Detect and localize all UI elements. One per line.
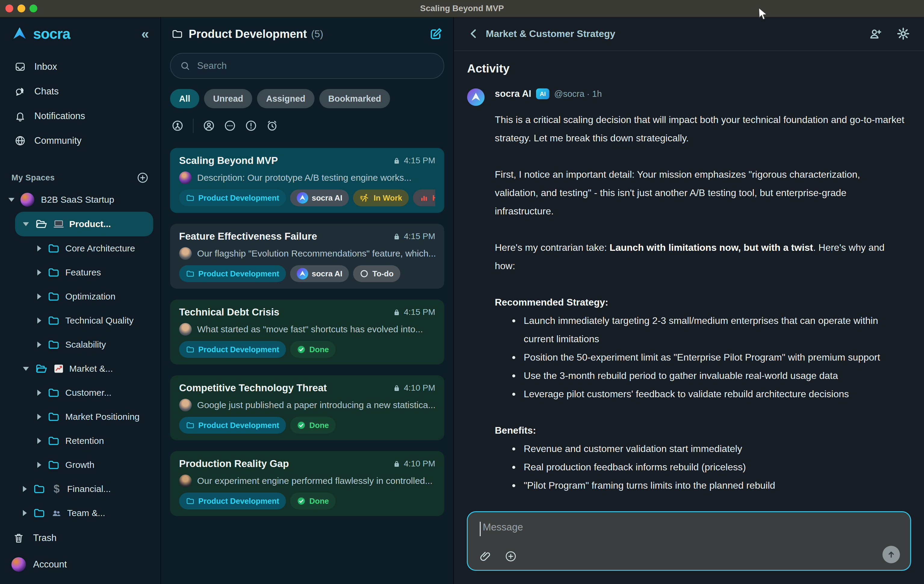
tag-product-development[interactable]: Product Development — [179, 493, 286, 510]
caret-right-icon[interactable] — [37, 317, 41, 324]
compose-button[interactable] — [429, 27, 443, 41]
globe-icon — [15, 135, 26, 146]
filter-chip-bookmarked[interactable]: Bookmarked — [319, 89, 390, 108]
tree-item-technical-quality[interactable]: Technical Quality — [0, 309, 160, 332]
card-description-row: Description: Our prototype A/B testing e… — [179, 171, 435, 184]
caret-right-icon[interactable] — [37, 462, 41, 468]
socra-ai-avatar — [467, 89, 485, 106]
tree-item-market[interactable]: Market &... — [0, 357, 160, 381]
message-bullet-item: Real production feedback informs rebuild… — [495, 458, 906, 476]
spaces-title: My Spaces — [12, 173, 55, 183]
folder-icon — [186, 497, 195, 505]
tag-done[interactable]: Done — [290, 417, 336, 434]
send-button[interactable] — [883, 546, 900, 563]
add-space-button[interactable] — [136, 171, 149, 184]
tag-product-development[interactable]: Product Development — [179, 341, 286, 358]
lock-icon — [393, 308, 401, 316]
tag-high[interactable]: High — [413, 189, 435, 206]
caret-down-icon[interactable] — [23, 367, 29, 371]
folder-closed-icon — [47, 338, 60, 351]
card-competitive-technology-threat[interactable]: Competitive Technology Threat4:10 PMGoog… — [170, 375, 444, 440]
tree-item-market-positioning[interactable]: Market Positioning — [0, 405, 160, 429]
caret-right-icon[interactable] — [37, 390, 41, 396]
socra-logo-icon — [11, 26, 28, 41]
tag-label: To-do — [372, 269, 393, 278]
caret-right-icon[interactable] — [23, 486, 27, 492]
card-description-row: Our flagship "Evolution Recommendations"… — [179, 247, 435, 260]
caret-right-icon[interactable] — [37, 438, 41, 444]
minimize-window-button[interactable] — [17, 5, 25, 12]
caret-right-icon[interactable] — [37, 270, 41, 275]
caret-right-icon[interactable] — [37, 342, 41, 348]
caret-right-icon[interactable] — [37, 245, 41, 252]
tree-item-label: Technical Quality — [65, 316, 134, 326]
tag-socra-ai[interactable]: socra AI — [290, 189, 349, 206]
card-technical-debt-crisis[interactable]: Technical Debt Crisis4:15 PMWhat started… — [170, 299, 444, 365]
sidebar-item-notifications[interactable]: Notifications — [0, 104, 160, 128]
card-time-text: 4:10 PM — [404, 383, 435, 393]
add-member-icon[interactable] — [869, 27, 883, 41]
message-input[interactable] — [482, 521, 749, 533]
filter-chip-unread[interactable]: Unread — [204, 89, 252, 108]
folder-closed-icon — [33, 507, 45, 519]
filter-chip-assigned[interactable]: Assigned — [257, 89, 315, 108]
tag-label: Done — [309, 497, 329, 506]
tree-item-features[interactable]: Features — [0, 260, 160, 285]
search-input[interactable] — [196, 60, 435, 72]
tree-item-core-architecture[interactable]: Core Architecture — [0, 236, 160, 260]
tree-item-team[interactable]: Team &... — [0, 501, 160, 525]
tree-item-financial[interactable]: $Financial... — [0, 477, 160, 501]
back-button[interactable] — [468, 28, 480, 40]
message-composer[interactable] — [467, 511, 911, 571]
card-description: Description: Our prototype A/B testing e… — [197, 173, 411, 183]
tag-done[interactable]: Done — [290, 341, 336, 358]
priority-icon — [245, 119, 257, 132]
card-production-reality-gap[interactable]: Production Reality Gap4:10 PMOur experim… — [170, 451, 444, 516]
tree-item-product[interactable]: Product... — [15, 212, 153, 236]
close-window-button[interactable] — [5, 5, 13, 12]
done-check-icon — [297, 497, 306, 505]
lock-icon — [393, 459, 401, 468]
tree-item-customer[interactable]: Customer... — [0, 381, 160, 405]
tree-item-optimization[interactable]: Optimization — [0, 285, 160, 309]
caret-right-icon[interactable] — [23, 510, 27, 516]
collapse-sidebar-button[interactable]: « — [141, 27, 149, 41]
tag-product-development[interactable]: Product Development — [179, 189, 286, 206]
tag-product-development[interactable]: Product Development — [179, 417, 286, 434]
card-scaling-beyond-mvp[interactable]: Scaling Beyond MVP4:15 PMDescription: Ou… — [170, 148, 444, 213]
lock-icon — [393, 384, 401, 392]
add-attachment-icon[interactable] — [505, 550, 517, 563]
message-meta: @socra · 1h — [554, 89, 602, 99]
tag-to-do[interactable]: To-do — [353, 265, 400, 282]
sidebar-item-inbox[interactable]: Inbox — [0, 54, 160, 79]
socra-ai-logo-icon — [297, 192, 308, 204]
settings-gear-icon[interactable] — [896, 27, 910, 41]
sidebar-item-community[interactable]: Community — [0, 128, 160, 153]
caret-down-icon[interactable] — [23, 222, 29, 226]
sidebar-item-trash[interactable]: Trash — [0, 525, 160, 551]
caret-right-icon[interactable] — [37, 414, 41, 420]
tag-label: In Work — [373, 193, 402, 203]
tag-in-work[interactable]: In Work — [353, 189, 409, 206]
tree-item-retention[interactable]: Retention — [0, 429, 160, 453]
sidebar-item-account[interactable]: Account — [0, 551, 160, 578]
tree-item-growth[interactable]: Growth — [0, 453, 160, 477]
caret-down-icon[interactable] — [8, 198, 15, 202]
attach-paperclip-icon[interactable] — [479, 550, 492, 563]
filter-chip-all[interactable]: All — [170, 89, 199, 108]
mouse-cursor — [757, 7, 769, 21]
card-title: Competitive Technology Threat — [179, 382, 327, 394]
caret-right-icon[interactable] — [37, 293, 41, 299]
tag-socra-ai[interactable]: socra AI — [290, 265, 349, 282]
tree-item-scalability[interactable]: Scalability — [0, 332, 160, 357]
search-bar[interactable] — [170, 53, 444, 79]
tag-product-development[interactable]: Product Development — [179, 265, 286, 282]
card-tags-row: Product Developmentsocra AITo-do — [179, 265, 435, 282]
folder-icon — [171, 28, 183, 40]
tree-item-b2b-saas-startup[interactable]: B2B SaaS Startup — [0, 188, 160, 212]
sidebar-item-chats[interactable]: Chats — [0, 79, 160, 104]
tag-done[interactable]: Done — [290, 493, 336, 510]
account-avatar — [12, 557, 26, 572]
card-feature-effectiveness-failure[interactable]: Feature Effectiveness Failure4:15 PMOur … — [170, 224, 444, 289]
zoom-window-button[interactable] — [30, 5, 37, 12]
